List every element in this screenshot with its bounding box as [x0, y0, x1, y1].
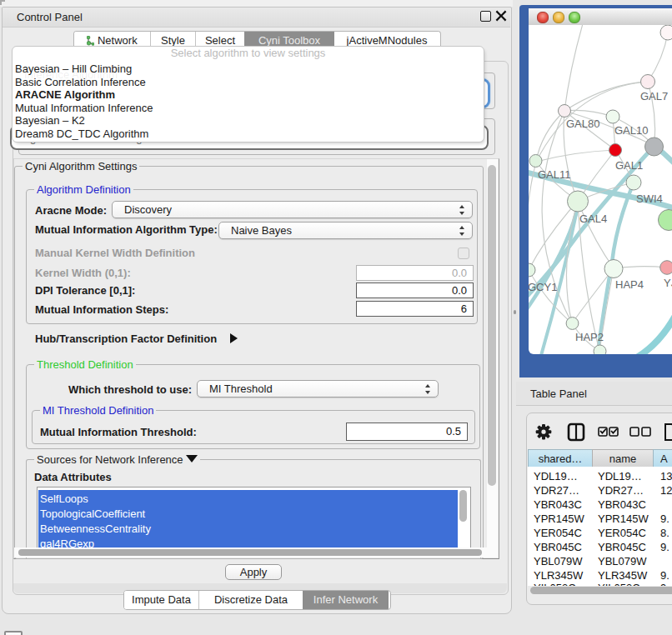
svg-text:GAL10: GAL10 [614, 124, 648, 137]
svg-text:YJ: YJ [664, 277, 672, 289]
svg-text:HAP4: HAP4 [615, 278, 644, 291]
svg-text:GAL4: GAL4 [579, 212, 607, 225]
svg-text:HAP2: HAP2 [575, 331, 604, 343]
svg-text:GAL1: GAL1 [615, 159, 643, 172]
svg-text:GAL7: GAL7 [640, 90, 668, 102]
svg-text:GCY1: GCY1 [529, 281, 557, 293]
svg-text:GAL11: GAL11 [538, 168, 571, 181]
svg-text:GAL80: GAL80 [566, 118, 599, 130]
svg-text:SWI4: SWI4 [636, 192, 663, 205]
